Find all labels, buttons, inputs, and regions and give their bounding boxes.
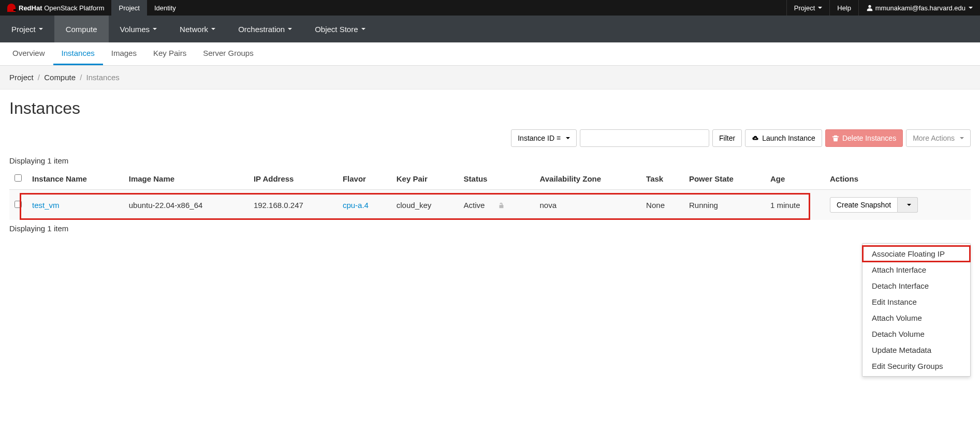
subnav-instances[interactable]: Instances [53,42,103,65]
redhat-icon [7,4,16,12]
col-image-name[interactable]: Image Name [124,168,248,190]
topnav-tabs: Project Identity [111,0,183,16]
topnav-tab-project[interactable]: Project [111,0,147,16]
instances-table: Instance Name Image Name IP Address Flav… [9,168,971,220]
topnav-user-menu[interactable]: mmunakami@fas.harvard.edu [858,0,980,16]
col-ip-address[interactable]: IP Address [248,168,338,190]
cell-key-pair: cloud_key [391,190,459,220]
navbar-grey: Project Compute Volumes Network Orchestr… [0,16,980,42]
create-snapshot-button[interactable]: Create Snapshot [830,197,898,213]
col-instance-name[interactable]: Instance Name [27,168,124,190]
cell-actions: Create Snapshot [825,190,971,220]
col-flavor[interactable]: Flavor [338,168,391,190]
cell-power-state: Running [684,190,765,220]
topnav-tab-identity[interactable]: Identity [147,0,183,16]
trash-icon [832,135,839,142]
cell-image-name: ubuntu-22.04-x86_64 [124,190,248,220]
chevron-down-icon [153,28,157,30]
row-checkbox[interactable] [14,201,22,208]
greynav-network[interactable]: Network [168,16,227,42]
crumb-project[interactable]: Project [9,73,34,82]
instance-name-link[interactable]: test_vm [32,201,60,210]
chevron-down-icon [361,28,365,30]
subnav: Overview Instances Images Key Pairs Serv… [0,42,980,66]
display-count-top: Displaying 1 item [9,156,971,165]
chevron-down-icon [211,28,215,30]
subnav-server-groups[interactable]: Server Groups [195,42,262,65]
breadcrumb: Project / Compute / Instances [9,73,971,82]
col-actions: Actions [825,168,971,190]
brand-bold: RedHat [19,4,42,12]
col-task[interactable]: Task [641,168,684,190]
page-title: Instances [0,90,980,129]
chevron-down-icon [969,7,973,9]
chevron-down-icon [907,204,911,206]
crumb-instances: Instances [86,73,120,82]
cell-status: Active [459,190,535,220]
subnav-images[interactable]: Images [103,42,145,65]
cloud-upload-icon [752,135,759,142]
chevron-down-icon [288,28,292,30]
topnav-project-dropdown[interactable]: Project [786,0,829,16]
flavor-link[interactable]: cpu-a.4 [343,201,369,210]
greynav-project[interactable]: Project [0,16,54,42]
col-status[interactable]: Status [459,168,535,190]
row-action-caret-button[interactable] [898,197,918,213]
select-all-checkbox[interactable] [14,174,22,182]
cell-age: 1 minute [765,190,825,220]
subnav-overview[interactable]: Overview [4,42,53,65]
filter-input[interactable] [580,129,709,147]
cell-task: None [641,190,684,220]
launch-instance-button[interactable]: Launch Instance [745,129,822,147]
cell-ip-address: 192.168.0.247 [248,190,338,220]
col-availability-zone[interactable]: Availability Zone [534,168,641,190]
brand-logo[interactable]: RedHat OpenStack Platform [0,0,111,16]
delete-instances-button[interactable]: Delete Instances [825,129,903,147]
topnav-help[interactable]: Help [829,0,858,16]
subnav-key-pairs[interactable]: Key Pairs [145,42,195,65]
filter-field-dropdown[interactable]: Instance ID = [511,129,577,147]
table-header-row: Instance Name Image Name IP Address Flav… [9,168,971,190]
chevron-down-icon [818,7,822,9]
more-actions-button[interactable]: More Actions [906,129,971,147]
greynav-object-store[interactable]: Object Store [303,16,376,42]
col-age[interactable]: Age [765,168,825,190]
user-icon [866,4,873,11]
breadcrumb-band: Project / Compute / Instances [0,66,980,90]
col-power-state[interactable]: Power State [684,168,765,190]
topnav-right: Project Help mmunakami@fas.harvard.edu [786,0,980,16]
chevron-down-icon [566,137,570,139]
cell-availability-zone: nova [534,190,641,220]
greynav-volumes[interactable]: Volumes [109,16,169,42]
navbar-top: RedHat OpenStack Platform Project Identi… [0,0,980,16]
chevron-down-icon [960,137,964,139]
unlock-icon [498,201,505,210]
table-row: test_vm ubuntu-22.04-x86_64 192.168.0.24… [9,190,971,220]
chevron-down-icon [39,28,43,30]
col-key-pair[interactable]: Key Pair [391,168,459,190]
greynav-orchestration[interactable]: Orchestration [227,16,303,42]
display-count-bottom: Displaying 1 item [9,224,971,233]
greynav-compute[interactable]: Compute [54,16,109,42]
brand-light: OpenStack Platform [44,4,104,12]
crumb-compute[interactable]: Compute [44,73,76,82]
filter-button[interactable]: Filter [712,129,742,147]
row-action-group: Create Snapshot [830,197,918,213]
table-toolbar: Instance ID = Filter Launch Instance Del… [0,129,980,152]
